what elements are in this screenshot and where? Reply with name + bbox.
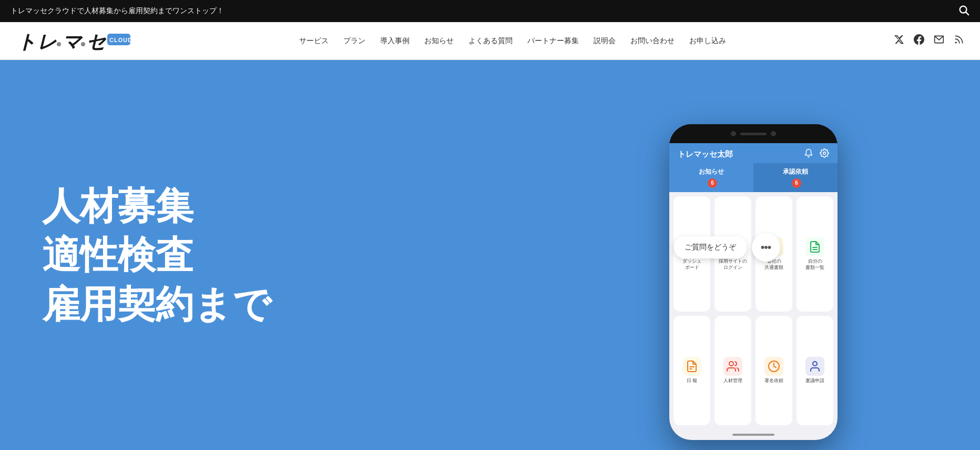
svg-point-10 [955,42,956,43]
app-sign[interactable]: 署名依頼 [756,316,792,425]
nav-faq[interactable]: よくある質問 [468,36,513,46]
notch-camera [731,131,736,136]
svg-point-14 [823,152,826,155]
svg-point-12 [765,247,767,248]
svg-point-11 [762,247,763,248]
phone-tab-approval-badge: 6 [792,178,801,188]
logo[interactable]: トレ マ セ CLOUD [16,27,131,55]
svg-text:トレ: トレ [17,31,58,53]
app-sign-icon [764,357,783,376]
top-bar-announcement: トレマッセクラウドで人材募集から雇用契約までワンストップ！ [11,6,958,16]
phone-settings-icon[interactable] [820,148,829,160]
phone-home-bar [669,429,838,440]
app-personal-icon [805,237,824,256]
phone-tab-news-badge: 6 [708,178,717,188]
chat-bubble: ご質問をどうぞ [674,236,747,258]
home-indicator [732,434,774,436]
app-report-label: 日 報 [687,378,698,384]
phone-tabs: お知らせ 6 承認依頼 6 [669,163,838,192]
svg-point-3 [57,42,61,46]
app-personal-label: 自分の書類一覧 [805,258,824,271]
nav-case[interactable]: 導入事例 [380,36,410,46]
app-sign-label: 署名依頼 [764,378,783,384]
twitter-icon[interactable] [894,34,904,47]
app-report[interactable]: 日 報 [673,316,710,425]
svg-point-25 [729,362,733,366]
notch-camera2 [771,131,776,136]
phone-header-icons [804,148,829,160]
svg-point-27 [813,362,817,366]
app-hr[interactable]: 人材管理 [714,316,751,425]
app-approval-label: 稟議申請 [805,378,824,384]
main-nav: サービス プラン 導入事例 お知らせ よくある質問 パートナー募集 説明会 お問… [131,36,894,46]
svg-text:CLOUD: CLOUD [109,37,131,43]
svg-text:マ: マ [62,31,83,53]
main-header: トレ マ セ CLOUD サービス プラン 導入事例 お知らせ よくある質問 パ… [0,22,980,60]
phone-mockup: トレマッセ太郎 [669,124,838,440]
nav-partner[interactable]: パートナー募集 [527,36,579,46]
app-approval[interactable]: 稟議申請 [797,316,833,425]
app-approval-icon [805,357,824,376]
app-hr-label: 人材管理 [723,378,742,384]
notch-speaker [740,133,767,135]
search-icon[interactable] [958,4,969,18]
hero-heading: 人材募集 適性検査 雇用契約まで [42,182,495,329]
facebook-icon[interactable] [914,34,924,47]
app-hr-icon [723,357,742,376]
svg-point-5 [81,42,85,46]
email-icon[interactable] [934,34,944,47]
phone-tab-approval[interactable]: 承認依頼 6 [753,163,838,192]
hero-line-3: 雇用契約まで [42,280,495,329]
phone-user-name: トレマッセ太郎 [678,149,733,159]
hero-section: 人材募集 適性検査 雇用契約まで ご質問をどうぞ [0,60,980,450]
nav-plan[interactable]: プラン [343,36,365,46]
hero-text: 人材募集 適性検査 雇用契約まで [0,60,527,450]
social-icons [894,34,964,47]
nav-contact[interactable]: お問い合わせ [630,36,675,46]
chat-button[interactable] [752,233,780,262]
logo-svg: トレ マ セ CLOUD [16,27,131,55]
phone-bell-icon[interactable] [804,148,813,160]
svg-point-13 [769,247,770,248]
nav-seminar[interactable]: 説明会 [594,36,616,46]
nav-service[interactable]: サービス [299,36,329,46]
phone-notch [719,128,788,139]
rss-icon[interactable] [954,34,964,47]
phone-tab-news[interactable]: お知らせ 6 [669,163,753,192]
phone-screen: トレマッセ太郎 [669,143,838,440]
hero-line-2: 適性検査 [42,231,495,280]
phone-notch-bar [669,124,838,143]
app-report-icon [682,357,701,376]
app-personal-docs[interactable]: 自分の書類一覧 [797,196,833,312]
nav-apply[interactable]: お申し込み [689,36,726,46]
top-bar: トレマッセクラウドで人材募集から雇用契約までワンストップ！ [0,0,980,22]
phone-app-header: トレマッセ太郎 [669,143,838,163]
svg-text:セ: セ [86,31,107,53]
svg-line-1 [966,12,968,15]
hero-line-1: 人材募集 [42,182,495,231]
phone-app-grid: ダッシュボード 採用サイトのログイン [669,192,838,429]
hero-phone-area: ご質問をどうぞ [527,60,980,450]
nav-news[interactable]: お知らせ [424,36,454,46]
